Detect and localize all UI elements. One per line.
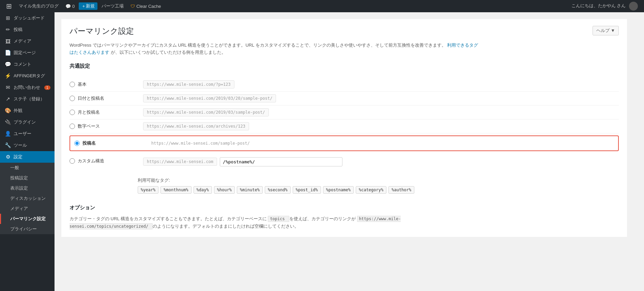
content-wrap: ヘルプ ▼ パーマリンク設定 WordPress ではパーマリンクやアーカイブに… (61, 19, 627, 237)
label-custom[interactable]: カスタム構造 (78, 158, 104, 164)
users-icon: 👤 (5, 131, 11, 137)
sidebar-label-tools: ツール (14, 142, 27, 148)
permalink-radio-month: 月と投稿名 (70, 109, 138, 115)
sidebar-item-settings[interactable]: ⚙ 設定 (0, 151, 55, 163)
tags-container: %year% %monthnum% %day% %hour% %minute% … (138, 186, 414, 194)
sidebar-item-contact[interactable]: ✉ お問い合わせ 1 (0, 82, 55, 93)
sidebar-label-settings: 設定 (14, 154, 22, 160)
sidebar-item-tools[interactable]: 🔧 ツール (0, 140, 55, 151)
user-greeting: こんにちは、たかやん さん (571, 2, 641, 11)
sidebar-item-steps[interactable]: ↗ ステ子（登録） (0, 93, 55, 105)
tag-author[interactable]: %author% (388, 186, 414, 194)
submenu-general[interactable]: 一般 (0, 163, 55, 173)
radio-custom[interactable] (70, 158, 75, 164)
new-item[interactable]: ＋新規 (79, 2, 97, 10)
sidebar-label-contact: お問い合わせ (14, 84, 40, 91)
sidebar-label-affinger: AFFINGERタグ (14, 73, 45, 79)
submenu-reading[interactable]: 表示設定 (0, 183, 55, 193)
tag-second[interactable]: %second% (265, 186, 291, 194)
custom-structure-inputs: https://www.mile-sensei.com (143, 157, 342, 166)
label-date[interactable]: 日付と投稿名 (78, 95, 104, 101)
media-icon: 🖼 (5, 38, 11, 44)
submenu-privacy[interactable]: プライバシー (0, 224, 55, 234)
site-name-item[interactable]: マイル先生のブログ (16, 0, 61, 12)
label-postname[interactable]: 投稿名 (82, 140, 96, 146)
page-description: WordPress ではパーマリンクやアーカイブにカスタム URL 構造を使うこ… (70, 42, 478, 56)
sidebar-label-posts: 投稿 (14, 27, 22, 33)
sidebar-item-media[interactable]: 🖼 メディア (0, 35, 55, 47)
settings-icon: ⚙ (5, 154, 11, 160)
submenu-media[interactable]: メディア (0, 204, 55, 214)
sidebar-item-pages[interactable]: 📄 固定ページ (0, 47, 55, 59)
common-settings-title: 共通設定 (70, 63, 619, 72)
sidebar-label-pages: 固定ページ (14, 50, 36, 56)
sidebar-label-media: メディア (14, 38, 31, 44)
sidebar-item-posts[interactable]: ✏ 投稿 (0, 24, 55, 35)
permalink-options: 基本 https://www.mile-sensei.com/?p=123 日付… (70, 78, 619, 196)
radio-month[interactable] (70, 110, 75, 115)
tag-day[interactable]: %day% (194, 186, 212, 194)
permalink-row-date: 日付と投稿名 https://www.mile-sensei.com/2019/… (70, 92, 619, 106)
sidebar-label-plugins: プラグイン (14, 119, 36, 125)
sidebar-item-comments[interactable]: 💬 コメント (0, 59, 55, 70)
tag-minute[interactable]: %minute% (237, 186, 263, 194)
sidebar-label-dashboard: ダッシュボード (14, 15, 45, 21)
settings-submenu: 一般 投稿設定 表示設定 ディスカッション メディア パーマリンク設定 プライバ… (0, 163, 55, 234)
radio-date[interactable] (70, 96, 75, 101)
tag-hour[interactable]: %hour% (214, 186, 235, 194)
permalink-row-custom: カスタム構造 https://www.mile-sensei.com 利用可能な… (70, 153, 619, 196)
options-section: オプション カテゴリー・タグの URL 構造をカスタマイズすることもできます。た… (70, 205, 619, 230)
admin-bar: ⊞ マイル先生のブログ 💬 0 ＋新規 パーツ工場 🛡 Clear Cache … (0, 0, 644, 12)
contact-icon: ✉ (5, 84, 11, 91)
submenu-writing[interactable]: 投稿設定 (0, 173, 55, 183)
label-month[interactable]: 月と投稿名 (78, 109, 100, 115)
appearance-icon: 🎨 (5, 108, 11, 114)
sidebar-label-comments: コメント (14, 61, 31, 67)
sidebar-item-users[interactable]: 👤 ユーザー (0, 128, 55, 140)
permalink-row-month: 月と投稿名 https://www.mile-sensei.com/2019/0… (70, 106, 619, 119)
shield-icon: 🛡 (131, 4, 135, 9)
sidebar-label-users: ユーザー (14, 131, 31, 137)
sidebar-item-appearance[interactable]: 🎨 外観 (0, 105, 55, 116)
help-button[interactable]: ヘルプ ▼ (593, 26, 619, 35)
wp-logo-item[interactable]: ⊞ (3, 0, 15, 12)
label-numeric[interactable]: 数字ベース (78, 123, 100, 129)
url-date: https://www.mile-sensei.com/2019/03/20/s… (143, 94, 276, 102)
pages-icon: 📄 (5, 50, 11, 56)
wp-logo-icon: ⊞ (6, 2, 12, 10)
topics-code: topics (268, 216, 289, 222)
wp-wrap: ⊞ ダッシュボード ✏ 投稿 🖼 メディア 📄 固定ページ 💬 コメント ⚡ A… (0, 12, 644, 291)
radio-postname[interactable] (74, 141, 80, 146)
dashboard-icon: ⊞ (5, 15, 11, 21)
tag-post-id[interactable]: %post_id% (293, 186, 321, 194)
tag-category[interactable]: %category% (356, 186, 386, 194)
contact-badge: 1 (44, 85, 50, 90)
permalink-row-basic: 基本 https://www.mile-sensei.com/?p=123 (70, 78, 619, 92)
parts-factory-label: パーツ工場 (102, 3, 124, 9)
permalink-row-numeric: 数字ベース https://www.mile-sensei.com/archiv… (70, 119, 619, 133)
label-basic[interactable]: 基本 (78, 81, 87, 87)
sidebar-item-affinger[interactable]: ⚡ AFFINGERタグ (0, 70, 55, 82)
tag-monthnum[interactable]: %monthnum% (160, 186, 191, 194)
main-content: ヘルプ ▼ パーマリンク設定 WordPress ではパーマリンクやアーカイブに… (55, 12, 644, 291)
permalink-radio-basic: 基本 (70, 81, 138, 87)
url-postname: https://www.mile-sensei.com/sample-post/ (148, 140, 253, 147)
sidebar-label-steps: ステ子（登録） (14, 96, 45, 102)
comments-item[interactable]: 💬 0 (63, 0, 77, 12)
submenu-permalinks[interactable]: パーマリンク設定 (0, 214, 55, 224)
sidebar-label-appearance: 外観 (14, 108, 22, 114)
tag-postname[interactable]: %postname% (323, 186, 354, 194)
radio-numeric[interactable] (70, 124, 75, 129)
sidebar-item-dashboard[interactable]: ⊞ ダッシュボード (0, 12, 55, 24)
clear-cache-item[interactable]: 🛡 Clear Cache (128, 0, 164, 12)
tag-year[interactable]: %year% (138, 186, 158, 194)
user-avatar (629, 2, 638, 11)
parts-factory-item[interactable]: パーツ工場 (99, 0, 126, 12)
plugins-icon: 🔌 (5, 119, 11, 125)
sidebar-item-plugins[interactable]: 🔌 プラグイン (0, 116, 55, 128)
radio-basic[interactable] (70, 82, 75, 87)
site-name: マイル先生のブログ (19, 3, 59, 9)
affinger-icon: ⚡ (5, 73, 11, 79)
submenu-discussion[interactable]: ディスカッション (0, 193, 55, 204)
custom-structure-input[interactable] (220, 157, 342, 166)
